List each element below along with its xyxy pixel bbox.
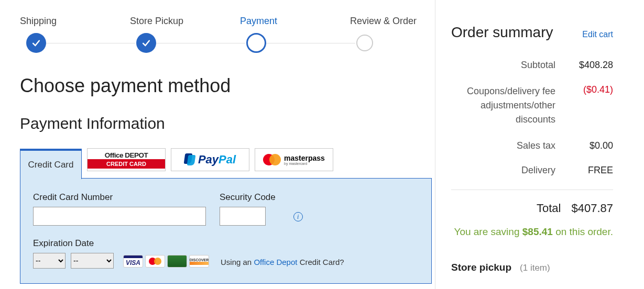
step-review: Review & Order: [350, 16, 423, 51]
using-od-prompt: Using an Office Depot Credit Card?: [221, 258, 344, 266]
current-step-icon: [246, 33, 266, 53]
line-coupons: Coupons/delivery fee adjustments/other d…: [451, 84, 613, 127]
divider: [451, 190, 613, 190]
credit-card-panel: Credit Card Number Security Code i Expir…: [20, 178, 432, 284]
tab-credit-card[interactable]: Credit Card: [20, 149, 82, 179]
field-expiration: Expiration Date -- --: [33, 238, 114, 269]
tab-label: Credit Card: [28, 160, 74, 170]
mastercard-icon: [145, 255, 165, 268]
order-summary: Order summary Edit cart Subtotal $408.28…: [435, 0, 629, 289]
tab-office-depot-card[interactable]: Office DEPOT CREDIT CARD: [87, 148, 166, 171]
line-total: Total $407.87: [451, 202, 613, 215]
od-credit-label: CREDIT CARD: [88, 159, 165, 169]
step-label: Shipping: [20, 16, 57, 27]
od-logo-text: Office DEPOT: [105, 151, 148, 159]
step-label: Store Pickup: [130, 16, 183, 27]
section-title: Payment Information: [20, 115, 435, 132]
cc-number-input[interactable]: [33, 207, 206, 226]
exp-year-select[interactable]: --: [71, 253, 114, 269]
office-depot-card-icon: [167, 255, 187, 268]
expiration-label: Expiration Date: [33, 238, 114, 249]
edit-cart-link[interactable]: Edit cart: [582, 30, 613, 39]
field-cc-number: Credit Card Number: [33, 192, 206, 226]
check-icon: [26, 33, 46, 53]
tab-masterpass[interactable]: masterpass by mastercard: [255, 148, 333, 171]
office-depot-card-icon: Office DEPOT CREDIT CARD: [88, 149, 165, 171]
savings-message: You are saving $85.41 on this order.: [451, 225, 613, 240]
paypal-icon: PayPal: [184, 153, 236, 166]
accepted-cards: VISA DISCOVER: [123, 255, 209, 268]
payment-tabs: Credit Card Office DEPOT CREDIT CARD Pay…: [20, 148, 435, 179]
field-security-code: Security Code: [220, 192, 276, 226]
check-icon: [136, 33, 156, 53]
stepper-connector: [156, 43, 245, 43]
line-tax: Sales tax $0.00: [451, 140, 613, 151]
order-summary-title: Order summary: [451, 24, 553, 41]
masterpass-icon: masterpass by mastercard: [263, 154, 325, 165]
store-pickup-heading: Store pickup (1 item): [451, 262, 613, 273]
discover-icon: DISCOVER: [189, 255, 209, 268]
cc-number-label: Credit Card Number: [33, 192, 206, 203]
office-depot-link[interactable]: Office Depot: [254, 258, 297, 266]
step-label: Review & Order: [350, 16, 417, 27]
stepper-connector: [266, 43, 355, 43]
step-store-pickup: Store Pickup: [130, 16, 240, 53]
security-code-label: Security Code: [220, 192, 276, 203]
stepper-connector: [46, 43, 135, 43]
step-shipping: Shipping: [20, 16, 130, 53]
checkout-stepper: Shipping Store Pickup Payment Review & O: [20, 16, 435, 53]
pending-step-icon: [356, 35, 373, 51]
step-payment: Payment: [240, 16, 350, 53]
line-subtotal: Subtotal $408.28: [451, 60, 613, 71]
page-title: Choose payment method: [20, 75, 435, 97]
tab-paypal[interactable]: PayPal: [171, 148, 249, 171]
exp-month-select[interactable]: --: [33, 253, 66, 269]
line-delivery: Delivery FREE: [451, 165, 613, 176]
security-code-input[interactable]: [220, 207, 266, 226]
info-icon[interactable]: i: [293, 212, 303, 221]
step-label: Payment: [240, 16, 277, 27]
visa-icon: VISA: [123, 255, 143, 268]
